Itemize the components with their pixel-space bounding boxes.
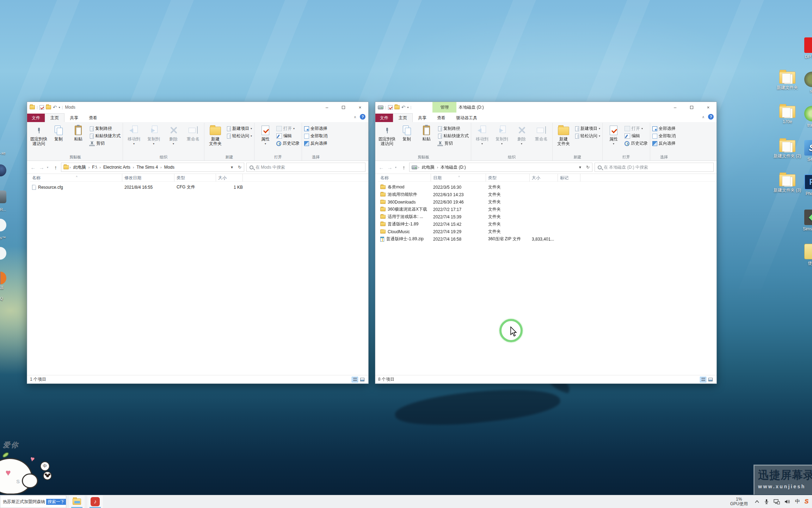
help-icon[interactable]: ?	[708, 114, 714, 120]
file-row[interactable]: 360Downloads 2022/6/30 19:46 文件夹	[378, 198, 716, 206]
search-box[interactable]: 在 Mods 中搜索	[246, 163, 365, 172]
cut-desktop-icon[interactable]	[0, 164, 6, 176]
paste-button[interactable]: 粘贴	[417, 123, 436, 141]
invert-selection-button[interactable]: 反向选择	[303, 140, 328, 147]
collapse-ribbon-icon[interactable]: ∧	[702, 115, 705, 119]
select-all-button[interactable]: 全部选择	[651, 125, 677, 132]
breadcrumb-this-pc[interactable]: 此电脑	[72, 164, 88, 170]
column-header-date[interactable]: 修改日期	[122, 174, 174, 182]
new-item-button[interactable]: 新建项目▾	[573, 125, 601, 132]
column-header-name[interactable]: 名称	[378, 174, 431, 182]
breadcrumb-mods[interactable]: Mods	[162, 165, 176, 170]
refresh-icon[interactable]: ↻	[236, 165, 243, 170]
tab-view[interactable]: 查看	[84, 114, 103, 122]
history-button[interactable]: 历史记录	[275, 140, 301, 147]
cut-desktop-icon[interactable]	[0, 190, 6, 203]
tab-share[interactable]: 共享	[413, 114, 432, 122]
easy-access-button[interactable]: 轻松访问▾	[225, 132, 253, 140]
help-icon[interactable]: ?	[360, 114, 365, 120]
file-row[interactable]: 普通版绅士-1.89.zip 2022/7/4 16:58 360压缩 ZIP …	[378, 235, 716, 243]
desktop-icon-usage[interactable]: 使用	[797, 244, 812, 266]
back-icon[interactable]: ←	[378, 164, 385, 170]
titlebar[interactable]: | ↶ ▾ | Mods – ×	[27, 102, 368, 113]
copy-to-button[interactable]: 复制到▾	[492, 123, 512, 146]
file-row[interactable]: Resource.cfg 2021/8/4 16:55 CFG 文件 1 KB	[30, 183, 368, 191]
details-view-button[interactable]	[352, 377, 358, 382]
tab-home[interactable]: 主页	[393, 113, 413, 122]
drive-icon[interactable]	[378, 105, 383, 109]
new-folder-icon[interactable]	[46, 105, 51, 109]
copy-to-button[interactable]: 复制到▾	[144, 123, 164, 146]
file-row[interactable]: CloudMusic 2022/7/4 19:29 文件夹	[378, 228, 716, 235]
select-none-button[interactable]: 全部取消	[303, 132, 328, 140]
maximize-button[interactable]	[683, 102, 700, 113]
forward-icon[interactable]: →	[387, 164, 393, 170]
sogou-icon[interactable]: S	[805, 498, 808, 505]
taskbar-file-explorer[interactable]	[69, 495, 85, 508]
file-list-area[interactable]: 名称 ^日期 类型 大小 标记 各类mod 2022/3/5 16:30 文件夹…	[375, 174, 716, 375]
qat-dropdown-icon[interactable]: ▾	[407, 106, 409, 109]
folder-icon[interactable]	[30, 105, 35, 109]
column-header-type[interactable]: 类型	[486, 174, 530, 182]
file-row[interactable]: 适用于游戏版本: ... 2022/7/4 15:39 文件夹	[378, 213, 716, 220]
delete-button[interactable]: 删除▾	[512, 123, 531, 146]
cut-button[interactable]: 剪切	[88, 140, 122, 147]
collapse-ribbon-icon[interactable]: ∧	[354, 115, 356, 119]
tab-drive-tools[interactable]: 驱动器工具	[451, 114, 482, 122]
file-row[interactable]: 游戏用功能软件 2022/6/10 14:23 文件夹	[378, 191, 716, 198]
taskbar-netease-music[interactable]: ♪	[87, 495, 103, 508]
column-header-tags[interactable]: 标记	[558, 174, 580, 182]
rename-button[interactable]: 重命名	[183, 123, 203, 141]
paste-shortcut-button[interactable]: 粘贴快捷方式	[436, 132, 470, 140]
column-header-type[interactable]: 类型	[174, 174, 216, 182]
new-folder-button[interactable]: 新建文件夹	[554, 123, 573, 146]
titlebar[interactable]: | ↶ ▾ | 管理 本地磁盘 (D:) – ×	[375, 102, 716, 113]
desktop-icon-s4[interactable]: s4	[797, 72, 812, 93]
edit-button[interactable]: 编辑	[275, 132, 301, 140]
desktop-icon-trans[interactable]: trans	[797, 106, 812, 128]
edit-button[interactable]: 编辑	[623, 132, 649, 140]
paste-button[interactable]: 粘贴	[68, 123, 88, 141]
desktop-icon-dp-edit[interactable]: DP Edit	[797, 37, 812, 59]
new-folder-icon[interactable]	[394, 105, 400, 109]
tab-file[interactable]: 文件	[375, 114, 393, 122]
column-header-size[interactable]: 大小	[530, 174, 558, 182]
maximize-button[interactable]	[335, 102, 352, 113]
undo-icon[interactable]: ↶	[53, 105, 57, 109]
breadcrumb-electronic-arts[interactable]: Electronic Arts	[102, 165, 132, 170]
select-none-button[interactable]: 全部取消	[651, 132, 677, 140]
address-bar[interactable]: › 此电脑 › F:\ › Electronic Arts › The Sims…	[61, 163, 244, 172]
forward-icon[interactable]: →	[38, 164, 45, 170]
copy-path-button[interactable]: 复制路径	[88, 125, 122, 132]
desktop-icon-s4studio[interactable]: S S4St	[797, 140, 812, 162]
column-header-name[interactable]: ^名称	[30, 174, 122, 182]
easy-access-button[interactable]: 轻松访问▾	[573, 132, 601, 140]
cut-button[interactable]: 剪切	[436, 140, 470, 147]
rename-button[interactable]: 重命名	[531, 123, 551, 141]
up-icon[interactable]: ↑	[53, 164, 59, 170]
open-button[interactable]: 打开▾	[623, 125, 649, 132]
undo-icon[interactable]: ↶	[401, 105, 406, 109]
invert-selection-button[interactable]: 反向选择	[651, 140, 677, 147]
thumbnails-view-button[interactable]	[359, 377, 365, 382]
breadcrumb-this-pc[interactable]: 此电脑	[420, 164, 436, 170]
thumbnails-view-button[interactable]	[707, 377, 714, 382]
network-icon[interactable]	[774, 499, 780, 504]
tab-home[interactable]: 主页	[45, 113, 64, 122]
close-button[interactable]: ×	[352, 102, 368, 113]
file-row[interactable]: 各类mod 2022/3/5 16:30 文件夹	[378, 183, 716, 191]
up-icon[interactable]: ↑	[401, 164, 407, 170]
open-button[interactable]: 打开▾	[275, 125, 301, 132]
column-header-size[interactable]: 大小	[216, 174, 243, 182]
select-all-button[interactable]: 全部选择	[303, 125, 328, 132]
address-dropdown-icon[interactable]: ▾	[577, 165, 584, 170]
paste-shortcut-button[interactable]: 粘贴快捷方式	[88, 132, 122, 140]
history-dropdown-icon[interactable]: ▾	[395, 166, 399, 169]
cut-desktop-icon[interactable]	[0, 272, 6, 284]
microphone-icon[interactable]	[764, 499, 769, 504]
taskbar-search-button[interactable]: 搜索一下	[46, 499, 66, 505]
ime-indicator[interactable]: 中	[795, 498, 800, 505]
new-folder-button[interactable]: 新建文件夹	[205, 123, 225, 146]
search-box[interactable]: 在 本地磁盘 (D:) 中搜索	[595, 163, 714, 172]
properties-button[interactable]: 属性▾	[256, 123, 275, 146]
